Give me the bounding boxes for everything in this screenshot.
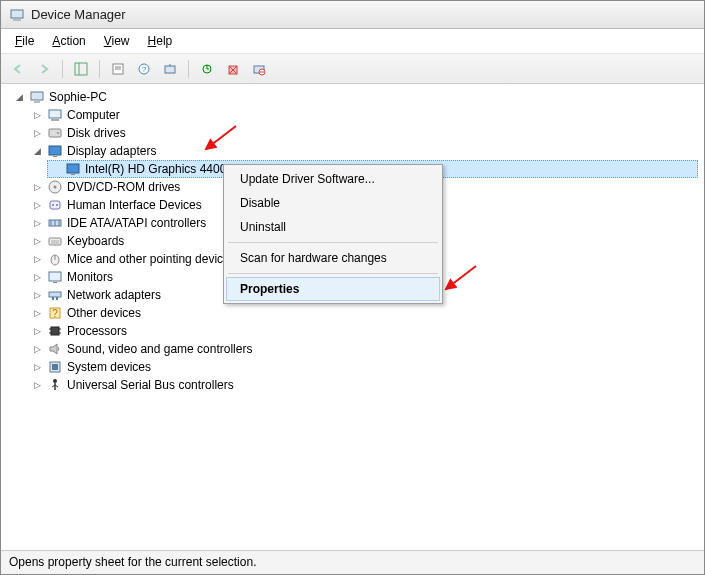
collapse-icon[interactable]: ◢: [32, 146, 43, 157]
computer-icon: [29, 89, 45, 105]
menubar: File Action View Help: [1, 29, 704, 54]
computer-icon: [47, 107, 63, 123]
properties-button[interactable]: [107, 58, 129, 80]
expand-icon[interactable]: ▷: [32, 110, 43, 121]
tree-category-label: Monitors: [67, 270, 113, 284]
svg-rect-2: [75, 63, 87, 75]
forward-button[interactable]: [33, 58, 55, 80]
show-console-tree-button[interactable]: [70, 58, 92, 80]
menu-view[interactable]: View: [96, 32, 138, 50]
tree-item-label: Intel(R) HD Graphics 4400: [85, 162, 226, 176]
display-icon: [65, 161, 81, 177]
tree-category-label: Other devices: [67, 306, 141, 320]
tree-category-system-devices[interactable]: ▷System devices: [29, 358, 698, 376]
tree-category-label: Display adapters: [67, 144, 156, 158]
titlebar: Device Manager: [1, 1, 704, 29]
menu-help[interactable]: Help: [140, 32, 181, 50]
hid-icon: [47, 197, 63, 213]
statusbar: Opens property sheet for the current sel…: [1, 550, 704, 574]
svg-rect-16: [34, 101, 40, 103]
tree-root[interactable]: ◢Sophie-PC: [11, 88, 698, 106]
tree-category-computer[interactable]: ▷Computer: [29, 106, 698, 124]
svg-rect-19: [49, 129, 61, 137]
tree-category-universal-serial-bus-controllers[interactable]: ▷Universal Serial Bus controllers: [29, 376, 698, 394]
svg-point-53: [53, 379, 57, 383]
tree-category-label: IDE ATA/ATAPI controllers: [67, 216, 206, 230]
expand-icon[interactable]: ▷: [32, 128, 43, 139]
device-manager-icon: [9, 7, 25, 23]
expand-icon[interactable]: ▷: [32, 344, 43, 355]
svg-text:?: ?: [52, 308, 58, 319]
svg-point-26: [54, 186, 57, 189]
tree-category-label: Network adapters: [67, 288, 161, 302]
update-driver-button[interactable]: [196, 58, 218, 80]
ide-icon: [47, 215, 63, 231]
toolbar-separator: [62, 60, 63, 78]
expand-icon[interactable]: ▷: [32, 308, 43, 319]
expand-icon[interactable]: ▷: [32, 290, 43, 301]
svg-rect-43: [56, 297, 58, 300]
svg-rect-0: [11, 10, 23, 18]
svg-rect-17: [49, 110, 61, 118]
toolbar: ?: [1, 54, 704, 84]
tree-category-label: Universal Serial Bus controllers: [67, 378, 234, 392]
tree-category-label: Human Interface Devices: [67, 198, 202, 212]
expand-icon[interactable]: ▷: [32, 182, 43, 193]
context-menu-uninstall[interactable]: Uninstall: [226, 215, 440, 239]
svg-rect-18: [51, 119, 59, 121]
other-icon: ?: [47, 305, 63, 321]
svg-point-28: [52, 204, 54, 206]
svg-rect-42: [52, 297, 54, 300]
disk-icon: [47, 125, 63, 141]
context-menu-separator: [228, 242, 438, 243]
keyboard-icon: [47, 233, 63, 249]
scan-hardware-button[interactable]: [159, 58, 181, 80]
tree-category-label: Processors: [67, 324, 127, 338]
tree-category-label: Computer: [67, 108, 120, 122]
context-menu-scan-for-hardware-changes[interactable]: Scan for hardware changes: [226, 246, 440, 270]
tree-category-label: System devices: [67, 360, 151, 374]
sound-icon: [47, 341, 63, 357]
network-icon: [47, 287, 63, 303]
back-button[interactable]: [7, 58, 29, 80]
menu-action[interactable]: Action: [44, 32, 93, 50]
processor-icon: [47, 323, 63, 339]
svg-rect-46: [51, 327, 59, 335]
tree-category-label: DVD/CD-ROM drives: [67, 180, 180, 194]
tree-category-other-devices[interactable]: ▷?Other devices: [29, 304, 698, 322]
expand-icon[interactable]: ▷: [32, 200, 43, 211]
expand-icon[interactable]: ▷: [32, 254, 43, 265]
tree-category-disk-drives[interactable]: ▷Disk drives: [29, 124, 698, 142]
svg-point-29: [56, 204, 58, 206]
expand-icon[interactable]: ▷: [32, 380, 43, 391]
context-menu-disable[interactable]: Disable: [226, 191, 440, 215]
device-tree-area[interactable]: ◢Sophie-PC▷Computer▷Disk drives◢Display …: [1, 84, 704, 550]
monitor-icon: [47, 269, 63, 285]
expand-icon[interactable]: ▷: [32, 218, 43, 229]
svg-rect-22: [53, 156, 57, 157]
disable-button[interactable]: [248, 58, 270, 80]
toolbar-separator: [99, 60, 100, 78]
tree-category-label: Disk drives: [67, 126, 126, 140]
context-menu-update-driver-software[interactable]: Update Driver Software...: [226, 167, 440, 191]
svg-rect-9: [165, 66, 175, 73]
mouse-icon: [47, 251, 63, 267]
tree-category-sound-video-and-game-controllers[interactable]: ▷Sound, video and game controllers: [29, 340, 698, 358]
statusbar-text: Opens property sheet for the current sel…: [9, 555, 256, 569]
tree-category-processors[interactable]: ▷Processors: [29, 322, 698, 340]
svg-rect-41: [49, 292, 61, 297]
expand-icon[interactable]: ▷: [32, 326, 43, 337]
context-menu: Update Driver Software...DisableUninstal…: [223, 164, 443, 304]
expand-icon[interactable]: ▷: [32, 272, 43, 283]
context-menu-properties[interactable]: Properties: [226, 277, 440, 301]
svg-rect-39: [49, 272, 61, 281]
tree-category-display-adapters[interactable]: ◢Display adapters: [29, 142, 698, 160]
menu-file[interactable]: File: [7, 32, 42, 50]
expand-icon[interactable]: ▷: [32, 362, 43, 373]
collapse-icon[interactable]: ◢: [14, 92, 25, 103]
svg-rect-1: [13, 19, 21, 21]
cdrom-icon: [47, 179, 63, 195]
expand-icon[interactable]: ▷: [32, 236, 43, 247]
help-button[interactable]: ?: [133, 58, 155, 80]
uninstall-button[interactable]: [222, 58, 244, 80]
